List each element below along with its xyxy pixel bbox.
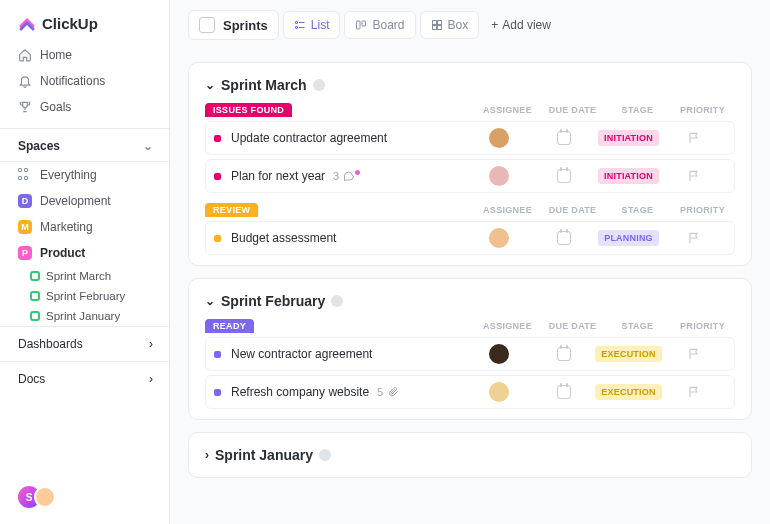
task-cells: EXECUTION xyxy=(466,382,726,402)
task-row[interactable]: Update contractor agreementINITIATION xyxy=(205,121,735,155)
assignee-cell[interactable] xyxy=(466,382,531,402)
breadcrumb-title: Sprints xyxy=(223,18,268,33)
space-everything[interactable]: Everything xyxy=(0,162,169,188)
info-icon xyxy=(331,295,343,307)
nav-notifications[interactable]: Notifications xyxy=(0,68,169,94)
breadcrumb[interactable]: Sprints xyxy=(188,10,279,40)
task-row[interactable]: Budget assessmentPLANNING xyxy=(205,221,735,255)
due-cell[interactable] xyxy=(531,231,596,245)
flag-icon xyxy=(687,169,701,183)
stage-cell[interactable]: INITIATION xyxy=(596,168,661,184)
col-priority: PRIORITY xyxy=(670,205,735,215)
sprint-icon xyxy=(30,271,40,281)
sprint-link-february[interactable]: Sprint February xyxy=(30,286,169,306)
due-cell[interactable] xyxy=(531,131,596,145)
column-headers: ASSIGNEEDUE DATESTAGEPRIORITY xyxy=(475,205,735,215)
status-dot xyxy=(214,389,221,396)
assignee-cell[interactable] xyxy=(466,128,531,148)
view-board[interactable]: Board xyxy=(344,11,415,39)
space-development[interactable]: D Development xyxy=(0,188,169,214)
add-view-button[interactable]: + Add view xyxy=(483,12,559,38)
sprint-header[interactable]: ›Sprint January xyxy=(205,447,735,463)
due-cell[interactable] xyxy=(531,385,596,399)
sidebar: ClickUp Home Notifications Goals Spaces … xyxy=(0,0,170,524)
home-icon xyxy=(18,48,32,62)
stage-cell[interactable]: EXECUTION xyxy=(596,384,661,400)
docs-link[interactable]: Docs › xyxy=(0,361,169,396)
nav-goals[interactable]: Goals xyxy=(0,94,169,120)
stage-badge: INITIATION xyxy=(598,130,659,146)
sprint-label: Sprint March xyxy=(46,270,111,282)
col-assignee: ASSIGNEE xyxy=(475,321,540,331)
logo[interactable]: ClickUp xyxy=(0,0,169,42)
box-icon xyxy=(431,19,443,31)
space-icon: P xyxy=(18,246,32,260)
assignee-cell[interactable] xyxy=(466,228,531,248)
task-group: REVIEWASSIGNEEDUE DATESTAGEPRIORITYBudge… xyxy=(205,203,735,255)
task-meta: 5 xyxy=(377,386,399,398)
group-header: REVIEWASSIGNEEDUE DATESTAGEPRIORITY xyxy=(205,203,735,217)
priority-cell[interactable] xyxy=(661,131,726,145)
spaces-header[interactable]: Spaces ⌄ xyxy=(0,128,169,162)
priority-cell[interactable] xyxy=(661,385,726,399)
assignee-avatar xyxy=(489,128,509,148)
stage-badge: INITIATION xyxy=(598,168,659,184)
sprint-header[interactable]: ⌄Sprint February xyxy=(205,293,735,309)
stage-badge: EXECUTION xyxy=(595,384,661,400)
nav-label: Goals xyxy=(40,100,71,114)
logo-text: ClickUp xyxy=(42,15,98,32)
stage-cell[interactable]: INITIATION xyxy=(596,130,661,146)
stage-badge: EXECUTION xyxy=(595,346,661,362)
group-label[interactable]: ISSUES FOUND xyxy=(205,103,292,117)
task-row[interactable]: New contractor agreementEXECUTION xyxy=(205,337,735,371)
due-cell[interactable] xyxy=(531,347,596,361)
chevron-down-icon: ⌄ xyxy=(205,78,215,92)
assignee-avatar xyxy=(489,166,509,186)
stage-cell[interactable]: EXECUTION xyxy=(596,346,661,362)
sprint-header[interactable]: ⌄Sprint March xyxy=(205,77,735,93)
sprint-link-january[interactable]: Sprint January xyxy=(30,306,169,326)
space-label: Development xyxy=(40,194,111,208)
view-label: List xyxy=(311,18,330,32)
flag-icon xyxy=(687,347,701,361)
section-label: Docs xyxy=(18,372,45,386)
svg-rect-8 xyxy=(432,26,436,30)
priority-cell[interactable] xyxy=(661,169,726,183)
svg-rect-1 xyxy=(295,27,297,29)
task-row[interactable]: Plan for next year3 INITIATION xyxy=(205,159,735,193)
col-priority: PRIORITY xyxy=(670,321,735,331)
nav-home[interactable]: Home xyxy=(0,42,169,68)
view-list[interactable]: List xyxy=(283,11,341,39)
svg-rect-5 xyxy=(362,21,366,26)
user-avatar-2[interactable] xyxy=(34,486,56,508)
space-product[interactable]: P Product xyxy=(0,240,169,266)
chevron-right-icon: › xyxy=(149,372,153,386)
dashboards-link[interactable]: Dashboards › xyxy=(0,326,169,361)
priority-cell[interactable] xyxy=(661,231,726,245)
group-label[interactable]: REVIEW xyxy=(205,203,258,217)
col-due: DUE DATE xyxy=(540,321,605,331)
calendar-icon xyxy=(557,169,571,183)
view-box[interactable]: Box xyxy=(420,11,480,39)
calendar-icon xyxy=(557,347,571,361)
add-view-label: Add view xyxy=(502,18,551,32)
task-row[interactable]: Refresh company website5 EXECUTION xyxy=(205,375,735,409)
col-assignee: ASSIGNEE xyxy=(475,105,540,115)
flag-icon xyxy=(687,385,701,399)
group-label[interactable]: READY xyxy=(205,319,254,333)
task-title: Budget assessment xyxy=(231,231,336,245)
nav-label: Home xyxy=(40,48,72,62)
priority-cell[interactable] xyxy=(661,347,726,361)
sprint-label: Sprint January xyxy=(46,310,120,322)
assignee-cell[interactable] xyxy=(466,166,531,186)
sprint-link-march[interactable]: Sprint March xyxy=(30,266,169,286)
section-label: Dashboards xyxy=(18,337,83,351)
trophy-icon xyxy=(18,100,32,114)
content: ⌄Sprint MarchISSUES FOUNDASSIGNEEDUE DAT… xyxy=(170,50,770,496)
space-marketing[interactable]: M Marketing xyxy=(0,214,169,240)
space-icon: M xyxy=(18,220,32,234)
due-cell[interactable] xyxy=(531,169,596,183)
assignee-cell[interactable] xyxy=(466,344,531,364)
info-icon xyxy=(319,449,331,461)
stage-cell[interactable]: PLANNING xyxy=(596,230,661,246)
